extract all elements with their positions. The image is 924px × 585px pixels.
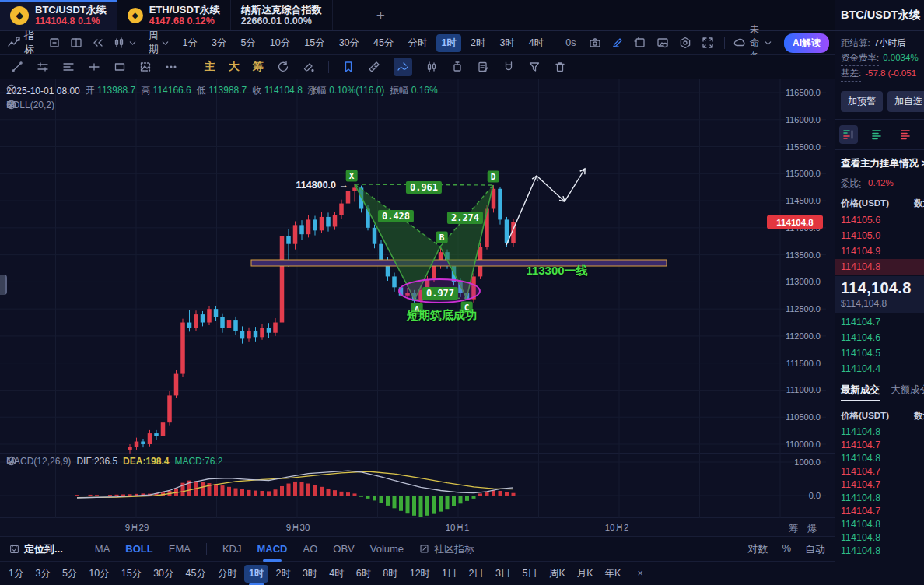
bottom-timeframe-45分[interactable]: 45分: [181, 565, 211, 583]
bottom-timeframe-1分[interactable]: 1分: [4, 565, 28, 583]
timeframe-2时[interactable]: 2时: [466, 34, 490, 52]
bottom-timeframe-3日[interactable]: 3日: [491, 565, 515, 583]
period-label[interactable]: 周期: [149, 30, 159, 56]
ask-row[interactable]: 114104.9: [835, 243, 924, 259]
trend-line-icon[interactable]: [11, 61, 23, 73]
timeframe-3时[interactable]: 3时: [495, 34, 519, 52]
camera-icon[interactable]: [589, 37, 601, 49]
draw-pencil-icon[interactable]: [611, 37, 624, 49]
bottom-timeframe-年K[interactable]: 年K: [600, 565, 626, 583]
bottom-timeframe-3时[interactable]: 3时: [298, 565, 322, 583]
bookmark-icon[interactable]: [342, 61, 355, 73]
orderbook-both-view-icon[interactable]: [839, 125, 858, 144]
add-pane-icon[interactable]: [634, 37, 646, 49]
ask-row[interactable]: 114105.6: [835, 212, 924, 228]
rectangle-tool-icon[interactable]: [114, 61, 126, 73]
zero-seconds-label[interactable]: 0s: [565, 37, 576, 48]
price-chart-pane[interactable]: 2025-10-01 08:00 开 113988.7 高 114166.6 低…: [0, 79, 835, 454]
scale-option-%[interactable]: %: [782, 542, 791, 556]
bottom-timeframe-月K[interactable]: 月K: [572, 565, 598, 583]
main-chart-toggle[interactable]: 主: [205, 60, 215, 74]
bottom-timeframe-12时[interactable]: 12时: [405, 565, 435, 583]
market-tab-2[interactable]: ◆ETH/USDT永续4147.68 0.12%: [117, 0, 231, 30]
indicator-ao[interactable]: AO: [303, 543, 317, 555]
refresh-icon[interactable]: [277, 61, 289, 73]
bottom-timeframe-10分[interactable]: 10分: [84, 565, 114, 583]
bottom-timeframe-周K[interactable]: 周K: [544, 565, 570, 583]
orderbook-asks-view-icon[interactable]: [897, 125, 915, 144]
timeframe-15分[interactable]: 15分: [299, 34, 329, 52]
indicator-macd[interactable]: MACD: [257, 543, 287, 555]
parallel-channel-icon[interactable]: [37, 61, 49, 73]
bid-row[interactable]: 114104.5: [835, 345, 924, 361]
indicator-kdj[interactable]: KDJ: [222, 543, 242, 555]
bid-row[interactable]: 114104.7: [835, 314, 924, 330]
eraser-icon[interactable]: [303, 61, 315, 73]
position-tool-icon[interactable]: [451, 61, 464, 73]
bottom-timeframe-2时[interactable]: 2时: [271, 565, 295, 583]
bottom-timeframe-1时[interactable]: 1时: [244, 565, 268, 583]
chart-type-icon[interactable]: [114, 37, 126, 49]
orderbook-bids-view-icon[interactable]: [868, 125, 887, 144]
indicator-volume[interactable]: Volume: [370, 543, 404, 555]
timeframe-10分[interactable]: 10分: [265, 34, 295, 52]
indicator-icon[interactable]: [8, 37, 20, 49]
ask-row[interactable]: 114104.8: [835, 259, 924, 275]
axis-extra-chips[interactable]: 筹: [789, 522, 799, 535]
chevron-down-icon[interactable]: [128, 38, 138, 48]
pattern-point-B[interactable]: B: [436, 232, 448, 243]
bottom-timeframe-3分[interactable]: 3分: [30, 565, 54, 583]
box-icon[interactable]: [48, 37, 61, 49]
time-axis[interactable]: 9月299月3010月110月2筹爆: [0, 518, 835, 537]
close-timeframe-bar[interactable]: ×: [632, 566, 647, 581]
tab-latest-trades[interactable]: 最新成交: [841, 384, 880, 401]
notes-icon[interactable]: [477, 61, 489, 73]
more-tools-icon[interactable]: [165, 61, 177, 73]
indicator-ma[interactable]: MA: [95, 543, 110, 555]
snapshot-icon[interactable]: [656, 37, 669, 49]
scale-option-自动[interactable]: 自动: [805, 542, 825, 556]
macd-pane[interactable]: MACD(12,26,9) DIF:236.5 DEA:198.4 MACD:7…: [0, 454, 835, 518]
indicator-obv[interactable]: OBV: [333, 543, 354, 555]
cross-line-icon[interactable]: [88, 61, 100, 73]
last-price-block[interactable]: 114,104.8 $114,104.8: [835, 276, 924, 313]
indicator-label[interactable]: 指标: [24, 29, 34, 57]
trash-icon[interactable]: [554, 61, 566, 73]
add-alert-button[interactable]: 加预警: [841, 91, 883, 112]
ai-analyze-button[interactable]: AI解读: [784, 33, 829, 53]
pattern-point-D[interactable]: D: [488, 171, 499, 183]
wave-draw-tool[interactable]: [394, 58, 412, 76]
whale-orders-link[interactable]: 查看主力挂单情况 >: [835, 150, 924, 175]
bottom-timeframe-5分[interactable]: 5分: [58, 565, 82, 583]
ask-row[interactable]: 114105.0: [835, 228, 924, 243]
scale-option-对数[interactable]: 对数: [747, 542, 768, 556]
fullscreen-icon[interactable]: [702, 37, 714, 49]
timeframe-45分[interactable]: 45分: [369, 34, 398, 52]
collapse-circle-icon[interactable]: [6, 84, 16, 94]
image-tool-icon[interactable]: [139, 61, 152, 73]
tab-large-trades[interactable]: 大额成交: [891, 384, 924, 401]
bottom-timeframe-30分[interactable]: 30分: [149, 565, 178, 583]
chip-distribution-toggle[interactable]: 筹: [253, 60, 264, 74]
big-chart-toggle[interactable]: 大: [229, 60, 240, 74]
bottom-timeframe-8时[interactable]: 8时: [378, 565, 402, 583]
timeframe-5分[interactable]: 5分: [236, 34, 260, 52]
bid-row[interactable]: 114104.6: [835, 330, 924, 345]
layout-icon[interactable]: [70, 37, 82, 49]
pattern-candles-icon[interactable]: [425, 61, 438, 73]
timeframe-1时[interactable]: 1时: [436, 34, 460, 52]
ruler-icon[interactable]: [368, 61, 380, 73]
bottom-timeframe-分时[interactable]: 分时: [213, 565, 242, 583]
add-tab-button[interactable]: +: [364, 0, 397, 30]
indicator-ema[interactable]: EMA: [169, 543, 191, 555]
alert-bell-icon[interactable]: [6, 456, 16, 466]
candlestick-chart[interactable]: [0, 79, 835, 454]
filter-icon[interactable]: [528, 61, 541, 73]
timeframe-30分[interactable]: 30分: [334, 34, 364, 52]
add-watchlist-button[interactable]: 加自选: [887, 91, 924, 112]
locate-button[interactable]: 定位到...: [9, 542, 63, 556]
bottom-timeframe-4时[interactable]: 4时: [324, 565, 348, 583]
bottom-timeframe-15分[interactable]: 15分: [117, 565, 146, 583]
settings-icon[interactable]: [679, 37, 691, 49]
timeframe-3分[interactable]: 3分: [207, 34, 231, 52]
